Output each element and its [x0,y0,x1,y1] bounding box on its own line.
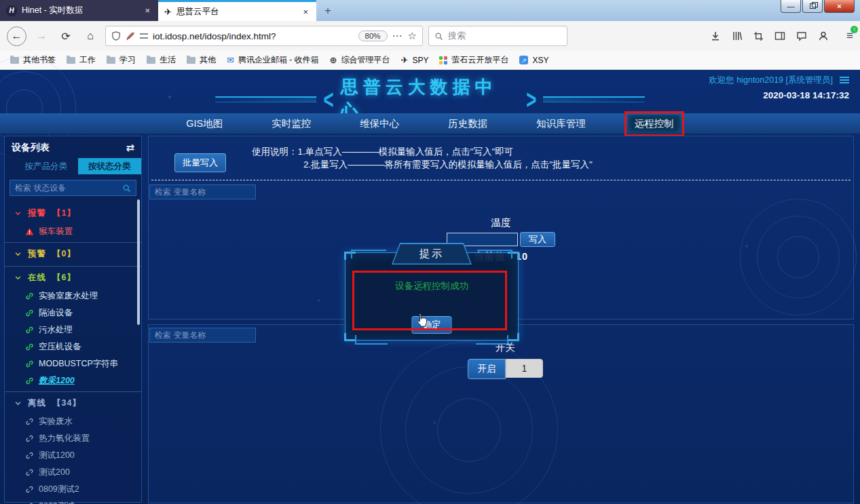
home-button[interactable]: ⌂ [81,26,100,45]
paper-plane-favicon [164,7,172,17]
swap-icon[interactable]: ⇄ [126,142,134,154]
bookmark-item[interactable]: XSY [515,54,553,67]
minimize-button[interactable]: — [781,0,801,13]
device-group: 预警【0】 [5,242,141,264]
nav-tab[interactable]: GIS地图 [179,115,229,133]
device-item[interactable]: 隔油设备 [5,305,141,322]
folder-icon [67,57,75,64]
browser-window: Hinet - 实时数据 × 思普云平台 × + — × ← → ⟳ ⌂ iot… [0,0,860,504]
link-icon [25,376,34,385]
datetime-text: 2020-03-18 14:17:32 [709,90,849,100]
device-search-input[interactable]: 检索 状态设备 [10,180,136,196]
nav-tab[interactable]: 远程控制 [628,115,681,133]
library-icon[interactable] [732,31,743,41]
bookmark-item[interactable]: 其他 [182,52,221,68]
unlink-icon [25,485,34,494]
write-button[interactable]: 写入 [520,232,555,247]
device-item[interactable]: 数采1200 [5,372,141,389]
device-item[interactable]: 测试200 [5,464,141,481]
warning-icon [25,227,34,236]
batch-write-button[interactable]: 批量写入 [174,153,226,172]
tab-title: Hinet - 实时数据 [22,5,138,16]
new-tab-button[interactable]: + [316,0,339,21]
bookmark-item[interactable]: 腾讯企业邮箱 - 收件箱 [222,52,324,68]
sidebar-toggle-icon[interactable] [774,31,785,41]
device-item[interactable]: MODBUSTCP字符串 [5,355,141,372]
bookmark-item[interactable]: 生活 [142,52,181,68]
device-group-header[interactable]: 预警【0】 [5,243,141,264]
bookmark-item[interactable]: SPY [396,53,433,67]
variable-name: 温度 [419,216,582,229]
sidebar-scrollbar[interactable] [137,199,140,325]
nav-tab[interactable]: 知识库管理 [529,115,593,133]
back-button[interactable]: ← [7,26,26,46]
dashed-separator [151,180,850,180]
device-item[interactable]: 空压机设备 [5,338,141,355]
annotation-box-dialog [352,271,507,330]
blocked-pencil-icon[interactable] [126,31,135,41]
menu-button[interactable]: ≡ ↑ [846,29,853,43]
variable-search-input[interactable]: 检索 变量名称 [149,185,256,199]
device-item[interactable]: 热力氧化装置 [5,430,141,447]
tab-hinet[interactable]: Hinet - 实时数据 × [0,0,158,21]
page-header: < 思普云大数据中心 > 欢迎您 hignton2019 [系统管理员] 202… [0,70,860,113]
nav-tab[interactable]: 维保中心 [353,115,406,133]
device-search-placeholder: 检索 状态设备 [15,182,66,194]
switch-control-group: 开关 开启 1 [453,341,558,379]
device-group-header[interactable]: 在线【6】 [5,267,141,288]
switch-value-display: 1 [506,359,543,378]
search-box[interactable]: 搜索 [428,26,567,46]
bookmark-item[interactable]: 综合管理平台 [325,52,395,68]
device-item[interactable]: 污水处理 [5,322,141,338]
nav-tab[interactable]: 历史数据 [441,115,494,133]
device-item[interactable]: 实验废水 [5,413,141,430]
downloads-icon[interactable] [710,31,721,41]
device-tree: 报警【1】 猴车装置 预警【0】 [5,201,141,504]
bookmark-item[interactable]: 工作 [62,52,100,68]
user-info: 欢迎您 hignton2019 [系统管理员] 2020-03-18 14:17… [709,75,849,100]
title-angle-left: < [324,86,334,113]
nav-tab[interactable]: 实时监控 [265,115,318,133]
shield-icon [111,31,121,41]
device-item[interactable]: 0809测试 [5,498,141,504]
dialog-deco-right [477,250,512,258]
prompt-dialog: 提示 设备远程控制成功 确定 [345,252,519,341]
switch-on-button[interactable]: 开启 [468,359,506,379]
account-icon[interactable] [818,31,829,41]
sidebar-classify-tab[interactable]: 按产品分类 [14,158,78,174]
permissions-icon[interactable] [140,33,148,39]
page-actions-icon[interactable]: ⋯ [392,30,403,42]
variable-search-input[interactable]: 检索 变量名称 [149,328,256,343]
chat-extension-icon[interactable] [796,31,807,41]
zoom-level-badge[interactable]: 80% [358,31,388,41]
reload-button[interactable]: ⟳ [56,26,75,45]
dialog-title-tab: 提示 [392,243,472,265]
url-bar[interactable]: iot.idosp.net/idosp/index.html? 80% ⋯ ☆ [105,26,423,46]
bookmark-star-icon[interactable]: ☆ [408,30,417,42]
bookmark-label: SPY [412,56,428,65]
search-icon [434,32,443,41]
device-item[interactable]: 0809测试2 [5,481,141,498]
screenshot-icon[interactable] [753,31,764,41]
chevron-down-icon [14,400,22,407]
device-item[interactable]: 猴车装置 [5,223,141,240]
tab-sipuyun[interactable]: 思普云平台 × [158,0,316,21]
bookmark-item[interactable]: 学习 [102,52,141,68]
device-group-header[interactable]: 报警【1】 [5,202,141,223]
device-group-header[interactable]: 离线【34】 [5,392,141,413]
search-placeholder: 搜索 [448,30,466,42]
tab-close-icon[interactable]: × [301,7,310,17]
close-button[interactable]: × [824,0,855,13]
list-menu-icon[interactable] [840,77,849,84]
restore-button[interactable] [802,0,823,13]
device-item[interactable]: 实验室废水处理 [5,288,141,305]
title-line-left [215,96,317,102]
link-box-icon [519,56,528,64]
unlink-icon [25,434,34,443]
bookmark-item[interactable]: 萤石云开放平台 [434,52,513,68]
link-icon [25,360,34,368]
forward-button[interactable]: → [32,26,51,45]
sidebar-classify-tab[interactable]: 按状态分类 [78,158,142,174]
device-item[interactable]: 测试1200 [5,447,141,464]
tab-close-icon[interactable]: × [143,5,152,16]
